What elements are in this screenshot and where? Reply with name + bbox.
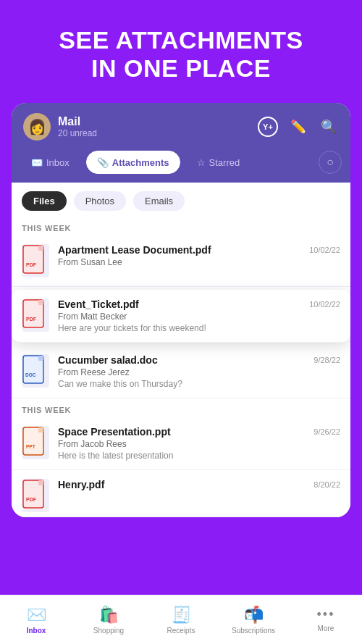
mail-title-block: Mail 20 unread: [58, 115, 97, 138]
file-date-ticket: 10/02/22: [309, 298, 340, 309]
yahoo-plus-button[interactable]: Y+: [258, 117, 278, 137]
sub-tab-bar: Files Photos Emails: [12, 183, 350, 217]
subtab-photos[interactable]: Photos: [74, 191, 126, 211]
inbox-nav-icon: ✉️: [27, 606, 46, 624]
mail-card: 👩 Mail 20 unread Y+ ✏️ 🔍 ✉️ Inbox 📎 Atta…: [12, 103, 350, 517]
file-item-presentation[interactable]: PPT Space Presentation.ppt From Jacob Re…: [12, 417, 350, 470]
inbox-nav-label: Inbox: [27, 627, 46, 635]
file-name-presentation: Space Presentation.ppt: [58, 426, 305, 438]
svg-rect-7: [38, 356, 43, 361]
file-sender-cucumber: From Reese Jerez: [58, 367, 305, 377]
mail-unread-count: 20 unread: [58, 128, 97, 138]
file-item-cucumber[interactable]: DOC Cucumber salad.doc From Reese Jerez …: [12, 346, 350, 398]
file-preview-cucumber: Can we make this on Thursday?: [58, 379, 305, 389]
svg-rect-13: [38, 480, 43, 485]
svg-text:DOC: DOC: [25, 372, 36, 377]
file-info-ticket: Event_Ticket.pdf From Matt Becker Here a…: [58, 298, 300, 333]
pdf-icon-apartment: PDF: [22, 244, 49, 277]
mail-header: 👩 Mail 20 unread Y+ ✏️ 🔍: [12, 103, 350, 151]
svg-text:PDF: PDF: [26, 317, 37, 322]
file-sender-ticket: From Matt Becker: [58, 311, 300, 322]
attachments-tab-label: Attachments: [112, 157, 169, 168]
doc-icon-cucumber: DOC: [22, 354, 49, 388]
ppt-icon-presentation: PPT: [22, 426, 49, 459]
hero-title: SEE ATTACHMENTS IN ONE PLACE: [17, 26, 345, 83]
pdf-icon-ticket: PDF: [22, 298, 49, 332]
file-date-cucumber: 9/28/22: [313, 354, 340, 364]
more-nav-label: More: [318, 624, 334, 632]
file-date-henry: 8/20/22: [313, 479, 340, 489]
file-name-henry: Henry.pdf: [58, 479, 305, 490]
nav-item-more[interactable]: ••• More: [290, 607, 362, 632]
starred-tab-label: Starred: [209, 157, 240, 168]
file-preview-ticket: Here are your tickets for this weekend!: [58, 323, 300, 333]
file-item-apartment[interactable]: PDF Apartment Lease Document.pdf From Su…: [12, 235, 350, 287]
file-date-apartment: 10/02/22: [309, 244, 340, 254]
tab-starred[interactable]: ☆ Starred: [186, 151, 251, 174]
receipts-nav-label: Receipts: [167, 627, 195, 635]
file-name-apartment: Apartment Lease Document.pdf: [58, 244, 300, 256]
edit-icon[interactable]: ✏️: [288, 117, 308, 137]
mail-app-title: Mail: [58, 115, 97, 128]
file-info-apartment: Apartment Lease Document.pdf From Susan …: [58, 244, 300, 267]
inbox-tab-label: Inbox: [46, 157, 70, 168]
file-info-henry: Henry.pdf: [58, 479, 305, 492]
shopping-nav-icon: 🛍️: [99, 606, 119, 624]
tab-more-button[interactable]: ○: [319, 151, 342, 174]
nav-item-subscriptions[interactable]: 📬 Subscriptions: [217, 606, 290, 635]
bottom-nav: ✉️ Inbox 🛍️ Shopping 🧾 Receipts 📬 Subscr…: [0, 595, 362, 644]
starred-tab-icon: ☆: [197, 157, 206, 168]
file-info-presentation: Space Presentation.ppt From Jacob Rees H…: [58, 426, 305, 461]
header-icons: Y+ ✏️ 🔍: [258, 117, 339, 137]
receipts-nav-icon: 🧾: [172, 606, 191, 624]
svg-text:PDF: PDF: [26, 497, 37, 502]
section-label-thisweek-1: THIS WEEK: [12, 217, 350, 235]
shopping-nav-label: Shopping: [93, 627, 124, 635]
svg-text:PPT: PPT: [26, 444, 35, 449]
nav-item-shopping[interactable]: 🛍️ Shopping: [72, 606, 145, 635]
subscriptions-nav-icon: 📬: [244, 606, 264, 624]
more-nav-icon: •••: [317, 607, 335, 622]
svg-rect-10: [38, 427, 43, 432]
file-list-2: PPT Space Presentation.ppt From Jacob Re…: [12, 417, 350, 517]
file-name-ticket: Event_Ticket.pdf: [58, 298, 300, 310]
attachments-tab-icon: 📎: [97, 157, 109, 168]
svg-rect-1: [38, 246, 43, 251]
section-label-thisweek-2: THIS WEEK: [12, 398, 350, 417]
tab-attachments[interactable]: 📎 Attachments: [86, 151, 180, 174]
file-preview-presentation: Here is the latest presentation: [58, 451, 305, 461]
nav-item-receipts[interactable]: 🧾 Receipts: [145, 606, 217, 635]
hero-section: SEE ATTACHMENTS IN ONE PLACE: [0, 0, 362, 103]
file-date-presentation: 9/26/22: [313, 426, 340, 436]
avatar: 👩: [23, 113, 51, 141]
subtab-emails[interactable]: Emails: [133, 191, 185, 211]
nav-item-inbox[interactable]: ✉️ Inbox: [0, 606, 72, 635]
inbox-tab-icon: ✉️: [31, 157, 43, 168]
file-sender-presentation: From Jacob Rees: [58, 439, 305, 449]
svg-text:PDF: PDF: [26, 262, 37, 267]
header-left: 👩 Mail 20 unread: [23, 113, 97, 141]
hero-title-line1: SEE ATTACHMENTS: [59, 26, 303, 54]
subscriptions-nav-label: Subscriptions: [232, 627, 275, 635]
file-name-cucumber: Cucumber salad.doc: [58, 354, 305, 366]
search-icon[interactable]: 🔍: [319, 117, 339, 137]
hero-title-line2: IN ONE PLACE: [91, 54, 271, 82]
file-item-henry[interactable]: PDF Henry.pdf 8/20/22: [12, 470, 350, 517]
subtab-files[interactable]: Files: [22, 191, 67, 211]
file-info-cucumber: Cucumber salad.doc From Reese Jerez Can …: [58, 354, 305, 389]
main-tab-bar: ✉️ Inbox 📎 Attachments ☆ Starred ○: [12, 151, 350, 183]
tab-inbox[interactable]: ✉️ Inbox: [20, 151, 80, 174]
pdf-icon-henry: PDF: [22, 479, 49, 512]
file-sender-apartment: From Susan Lee: [58, 257, 300, 267]
file-list-1: PDF Apartment Lease Document.pdf From Su…: [12, 235, 350, 398]
file-item-ticket[interactable]: PDF Event_Ticket.pdf From Matt Becker He…: [12, 290, 350, 343]
svg-rect-4: [38, 300, 43, 305]
